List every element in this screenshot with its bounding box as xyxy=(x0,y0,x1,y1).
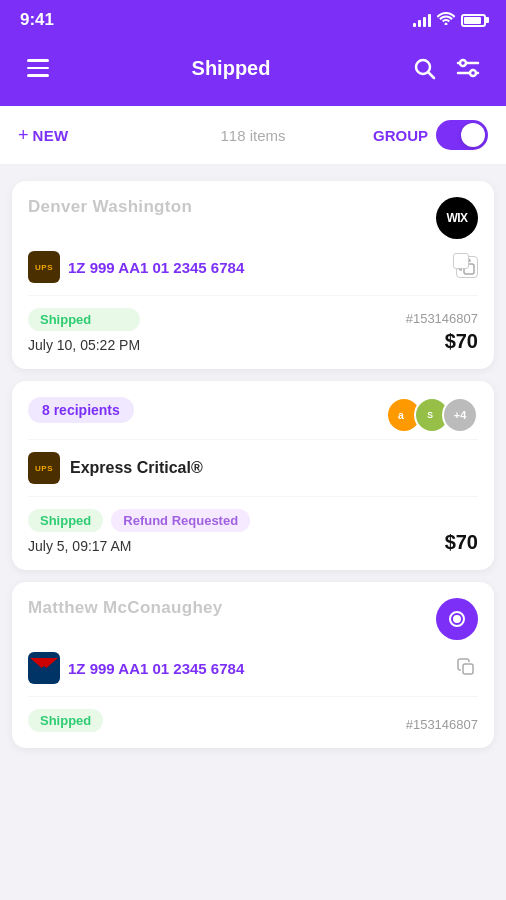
svg-text:S: S xyxy=(427,410,433,420)
card-2-footer: Shipped Refund Requested July 5, 09:17 A… xyxy=(28,509,478,554)
card-2-date: July 5, 09:17 AM xyxy=(28,538,250,554)
search-button[interactable] xyxy=(404,48,444,88)
card-2-price: $70 xyxy=(445,531,478,554)
card-3-tracking-row: 1Z 999 AA1 01 2345 6784 xyxy=(28,652,478,697)
shipment-card-3[interactable]: Matthew McConaughey 1Z 999 xyxy=(12,582,494,748)
filter-button[interactable] xyxy=(448,48,488,88)
avatar-plus: +4 xyxy=(442,397,478,433)
card-3-footer-right: #153146807 xyxy=(406,717,478,732)
toolbar: + NEW 118 items GROUP xyxy=(0,106,506,165)
svg-rect-6 xyxy=(464,264,474,274)
refund-badge: Refund Requested xyxy=(111,509,250,532)
ups-logo-1: UPS xyxy=(28,251,60,283)
svg-rect-14 xyxy=(463,664,473,674)
menu-button[interactable] xyxy=(18,48,58,88)
card-3-footer: Shipped #153146807 xyxy=(28,709,478,732)
svg-line-1 xyxy=(428,73,434,79)
tracking-left-1: UPS 1Z 999 AA1 01 2345 6784 xyxy=(28,251,244,283)
platform-icon-3 xyxy=(436,598,478,640)
wix-logo: WIX xyxy=(436,197,478,239)
avatar-group: a S +4 xyxy=(386,397,478,433)
card-1-price: $70 xyxy=(445,330,478,353)
card-1-footer-right: #153146807 $70 xyxy=(406,311,478,353)
tracking-number-3[interactable]: 1Z 999 AA1 01 2345 6784 xyxy=(68,660,244,677)
app-header: Shipped xyxy=(0,38,506,106)
group-toggle-area: GROUP xyxy=(331,120,488,150)
card-1-date: July 10, 05:22 PM xyxy=(28,337,140,353)
order-id-3: #153146807 xyxy=(406,717,478,732)
card-3-header: Matthew McConaughey xyxy=(28,598,478,640)
card-1-header: Denver Washington WIX xyxy=(28,197,478,239)
tracking-left-3: 1Z 999 AA1 01 2345 6784 xyxy=(28,652,244,684)
card-2-footer-left: Shipped Refund Requested July 5, 09:17 A… xyxy=(28,509,250,554)
page-title: Shipped xyxy=(192,57,271,80)
card-2-service: Express Critical® xyxy=(70,459,203,477)
wifi-icon xyxy=(437,11,455,29)
status-bar: 9:41 xyxy=(0,0,506,38)
ups-logo-2: UPS xyxy=(28,452,60,484)
new-button[interactable]: + NEW xyxy=(18,125,175,146)
card-1-footer: Shipped July 10, 05:22 PM #153146807 $70 xyxy=(28,308,478,353)
recipient-name-3: Matthew McConaughey xyxy=(28,598,223,618)
tracking-number-1[interactable]: 1Z 999 AA1 01 2345 6784 xyxy=(68,259,244,276)
signal-icon xyxy=(413,13,431,27)
header-actions xyxy=(404,48,488,88)
status-time: 9:41 xyxy=(20,10,54,30)
copy-button-3[interactable] xyxy=(456,657,478,679)
hamburger-icon xyxy=(27,59,49,77)
card-1-tracking-row: UPS 1Z 999 AA1 01 2345 6784 xyxy=(28,251,478,296)
shipment-card-1[interactable]: Denver Washington WIX UPS 1Z 999 AA1 01 … xyxy=(12,181,494,369)
status-badge-1: Shipped xyxy=(28,308,140,331)
order-id-1: #153146807 xyxy=(406,311,478,326)
recipients-badge: 8 recipients xyxy=(28,397,134,423)
status-icons xyxy=(413,11,486,29)
status-badge-3: Shipped xyxy=(28,709,103,732)
svg-point-5 xyxy=(470,70,476,76)
card-1-footer-left: Shipped July 10, 05:22 PM xyxy=(28,308,140,353)
plus-icon: + xyxy=(18,125,29,146)
cards-list: Denver Washington WIX UPS 1Z 999 AA1 01 … xyxy=(0,165,506,764)
battery-icon xyxy=(461,14,486,27)
group-toggle[interactable] xyxy=(436,120,488,150)
card-3-footer-left: Shipped xyxy=(28,709,103,732)
usps-logo xyxy=(28,652,60,684)
status-badge-2: Shipped xyxy=(28,509,103,532)
item-count: 118 items xyxy=(175,127,332,144)
shipment-card-2[interactable]: 8 recipients a S +4 UPS Express Critical… xyxy=(12,381,494,570)
card-2-carrier-row: UPS Express Critical® xyxy=(28,439,478,497)
group-label: GROUP xyxy=(373,127,428,144)
svg-point-4 xyxy=(460,60,466,66)
copy-button-1[interactable] xyxy=(456,256,478,278)
svg-text:a: a xyxy=(398,409,404,421)
card-2-header: 8 recipients a S +4 xyxy=(28,397,478,435)
toggle-knob xyxy=(461,123,485,147)
card-2-footer-right: $70 xyxy=(445,531,478,554)
recipient-name-1: Denver Washington xyxy=(28,197,192,217)
new-label: NEW xyxy=(33,127,69,144)
